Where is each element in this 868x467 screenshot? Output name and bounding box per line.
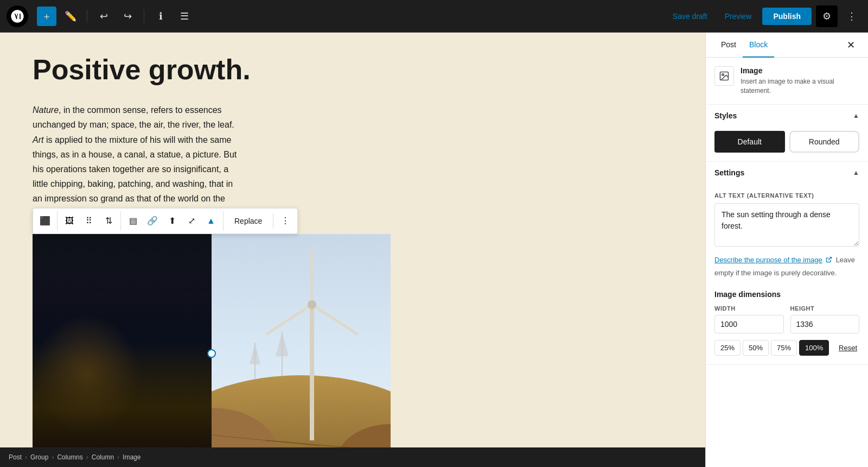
expand-icon: ⤢ <box>188 216 195 226</box>
preview-button[interactable]: Preview <box>718 8 758 25</box>
styles-title: Styles <box>714 111 737 120</box>
edit-button[interactable]: ✏️ <box>61 7 80 26</box>
toolbar-group-layout: ⬛ <box>33 211 58 231</box>
breadcrumb-sep-3: › <box>86 453 88 461</box>
svg-rect-3 <box>33 261 44 451</box>
chevron-up-icon: ▲ <box>853 112 859 119</box>
image-block[interactable]: ⬛ 🖼 ⠿ ⇅ ▤ <box>33 234 673 467</box>
svg-rect-0 <box>33 234 212 451</box>
settings-button[interactable]: ⚙ <box>816 5 838 27</box>
main-layout: Positive growth. Nature, in the common s… <box>0 33 868 467</box>
sidebar-close-button[interactable]: ✕ <box>842 36 859 54</box>
block-info: Image Insert an image to make a visual s… <box>706 58 868 105</box>
align-icon: ▤ <box>129 216 137 226</box>
percent-row: 25% 50% 75% 100% Reset <box>714 340 859 356</box>
pct-25-button[interactable]: 25% <box>714 340 741 356</box>
undo-button[interactable]: ↩ <box>94 7 113 26</box>
windturbine-svg <box>212 234 391 467</box>
svg-rect-5 <box>62 245 72 451</box>
breadcrumb: Post › Group › Columns › Column › Image <box>0 447 705 467</box>
undo-icon: ↩ <box>100 10 108 22</box>
upload-button[interactable]: ⬆ <box>162 211 182 231</box>
svg-rect-6 <box>76 267 85 451</box>
height-input[interactable] <box>790 315 860 333</box>
image-icon-button[interactable]: 🖼 <box>60 211 79 231</box>
style-rounded-button[interactable]: Rounded <box>789 131 860 153</box>
post-title[interactable]: Positive growth. <box>33 54 673 85</box>
toolbar-group-align: ▤ 🔗 ⬆ ⤢ ▲ <box>121 211 224 231</box>
redo-button[interactable]: ↪ <box>118 7 137 26</box>
save-draft-button[interactable]: Save draft <box>666 8 714 25</box>
breadcrumb-post[interactable]: Post <box>9 453 22 461</box>
styles-section: Styles ▲ Default Rounded <box>706 105 868 162</box>
expand-button[interactable]: ⤢ <box>182 211 201 231</box>
dimensions-row: WIDTH HEIGHT <box>714 305 859 333</box>
list-icon: ☰ <box>180 10 189 22</box>
info-button[interactable]: ℹ <box>151 7 170 26</box>
svg-point-32 <box>722 74 724 75</box>
add-block-button[interactable]: ＋ <box>37 7 56 26</box>
svg-rect-12 <box>201 234 212 451</box>
block-more-options-button[interactable]: ⋮ <box>276 211 295 231</box>
move-up-down-button[interactable]: ⇅ <box>99 211 118 231</box>
block-description: Insert an image to make a visual stateme… <box>741 77 859 96</box>
column-layout-button[interactable]: ⬛ <box>35 211 55 231</box>
settings-section-header[interactable]: Settings ▲ <box>706 162 868 184</box>
arrow-updown-icon: ⇅ <box>105 216 112 226</box>
link-button[interactable]: 🔗 <box>143 211 162 231</box>
pct-75-button[interactable]: 75% <box>771 340 797 356</box>
svg-point-1 <box>62 358 127 423</box>
plus-icon: ＋ <box>42 10 52 23</box>
height-field: HEIGHT <box>790 305 860 333</box>
resize-handle[interactable] <box>207 349 216 358</box>
forest-image[interactable] <box>33 234 212 451</box>
breadcrumb-columns[interactable]: Columns <box>57 453 82 461</box>
windturbine-image[interactable] <box>212 234 391 467</box>
block-toolbar: ⬛ 🖼 ⠿ ⇅ ▤ <box>33 208 298 234</box>
toolbar-group-more: ⋮ <box>273 211 297 231</box>
width-label: WIDTH <box>714 305 784 312</box>
list-view-button[interactable]: ☰ <box>175 7 194 26</box>
alt-text-label: ALT TEXT (ALTERNATIVE TEXT) <box>714 192 859 199</box>
settings-section: Settings ▲ ALT TEXT (ALTERNATIVE TEXT) T… <box>706 162 868 365</box>
reset-button[interactable]: Reset <box>837 340 859 355</box>
toolbar-separator-2 <box>144 10 144 23</box>
drag-button[interactable]: ⠿ <box>79 211 99 231</box>
publish-button[interactable]: Publish <box>762 8 812 25</box>
drag-icon: ⠿ <box>86 216 92 226</box>
warning-button[interactable]: ▲ <box>201 211 221 231</box>
svg-rect-11 <box>193 261 205 451</box>
alt-text-input[interactable]: The sun setting through a dense forest. <box>714 203 859 247</box>
breadcrumb-group[interactable]: Group <box>30 453 48 461</box>
svg-rect-9 <box>152 234 163 451</box>
tab-block[interactable]: Block <box>743 33 774 58</box>
breadcrumb-sep-2: › <box>52 453 54 461</box>
redo-icon: ↪ <box>124 10 132 22</box>
top-toolbar: ＋ ✏️ ↩ ↪ ℹ ☰ Save draft Preview Publish … <box>0 0 868 33</box>
alt-text-link[interactable]: Describe the purpose of the image <box>714 256 822 264</box>
svg-rect-10 <box>174 250 182 451</box>
pct-100-button[interactable]: 100% <box>799 340 829 356</box>
replace-button[interactable]: Replace <box>226 213 271 229</box>
styles-section-header[interactable]: Styles ▲ <box>706 105 868 127</box>
breadcrumb-column[interactable]: Column <box>92 453 114 461</box>
svg-rect-4 <box>42 250 53 451</box>
toolbar-separator-1 <box>87 10 87 23</box>
block-name: Image <box>741 66 859 75</box>
pct-50-button[interactable]: 50% <box>743 340 769 356</box>
breadcrumb-image[interactable]: Image <box>123 453 141 461</box>
height-label: HEIGHT <box>790 305 860 312</box>
wordpress-logo[interactable] <box>7 5 28 27</box>
tab-post[interactable]: Post <box>714 33 743 58</box>
style-default-button[interactable]: Default <box>714 131 785 153</box>
more-options-button[interactable]: ⋮ <box>842 7 861 26</box>
link-icon: 🔗 <box>147 216 158 226</box>
sidebar-tabs: Post Block ✕ <box>706 33 868 58</box>
breadcrumb-sep-4: › <box>117 453 119 461</box>
block-info-text: Image Insert an image to make a visual s… <box>741 66 859 96</box>
align-button[interactable]: ▤ <box>123 211 143 231</box>
forest-svg <box>33 234 212 451</box>
svg-point-28 <box>308 300 316 309</box>
top-bar-right: Save draft Preview Publish ⚙ ⋮ <box>666 5 861 27</box>
width-input[interactable] <box>714 315 784 333</box>
